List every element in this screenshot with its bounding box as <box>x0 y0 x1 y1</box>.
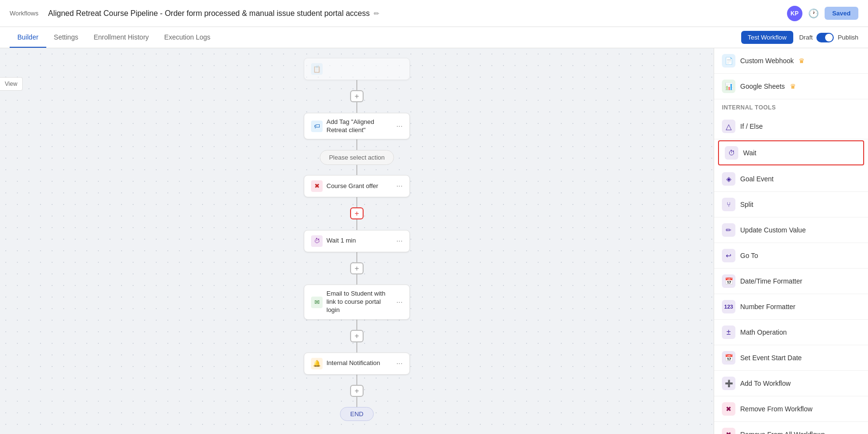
view-label[interactable]: View <box>0 77 23 91</box>
goal-event-label: Goal Event <box>740 175 773 183</box>
sidebar-item-goal-event[interactable]: ◈ Goal Event <box>714 166 868 192</box>
connector-7 <box>356 252 357 262</box>
connector-2 <box>356 102 357 112</box>
add-to-workflow-icon: ➕ <box>722 377 735 390</box>
end-node[interactable]: END <box>340 407 373 421</box>
connector-1 <box>356 80 357 90</box>
node-course-grant-label: Course Grant offer <box>326 182 393 190</box>
back-to-workflows[interactable]: Workflows <box>10 10 39 17</box>
remove-from-workflow-icon: ✖ <box>722 402 735 416</box>
datetime-formatter-icon: 📅 <box>722 274 735 288</box>
edit-title-icon[interactable]: ✏ <box>374 10 380 17</box>
remove-from-workflow-label: Remove From Workflow <box>740 405 813 413</box>
workflow-container: 📋 + 🏷 Add Tag "Aligned Retreat client" ·… <box>260 48 453 434</box>
sidebar-item-remove-from-workflow[interactable]: ✖ Remove From Workflow <box>714 396 868 422</box>
main-area: View 📋 + 🏷 Add Tag "Aligned Retreat clie… <box>0 48 868 434</box>
node-bell-icon: 🔔 <box>311 358 323 369</box>
goal-event-icon: ◈ <box>722 172 735 186</box>
custom-webhook-label: Custom Webhook <box>740 57 794 65</box>
remove-from-all-workflows-label: Remove From All Workflows <box>740 431 825 434</box>
tab-enrollment-history[interactable]: Enrollment History <box>86 27 156 48</box>
tab-execution-logs[interactable]: Execution Logs <box>157 27 218 48</box>
connector-9 <box>356 320 357 330</box>
math-operation-label: Math Operation <box>740 328 787 336</box>
add-to-workflow-label: Add To Workflow <box>740 380 791 387</box>
header-right: KP 🕐 Saved <box>787 6 858 21</box>
test-workflow-button[interactable]: Test Workflow <box>741 31 794 44</box>
node-wait-menu[interactable]: ··· <box>396 237 403 245</box>
update-custom-value-label: Update Custom Value <box>740 226 806 234</box>
node-internal-notification-menu[interactable]: ··· <box>396 359 403 368</box>
node-partial-icon: 📋 <box>311 63 323 75</box>
sidebar-item-number-formatter[interactable]: 123 Number Formatter <box>714 294 868 320</box>
sidebar-item-wait[interactable]: ⏱ Wait <box>718 140 864 165</box>
node-course-grant-icon: ✖ <box>311 180 323 192</box>
wait-icon: ⏱ <box>725 146 738 160</box>
google-sheets-label: Google Sheets <box>740 82 785 90</box>
sidebar-item-split[interactable]: ⑂ Split <box>714 192 868 217</box>
connector-6 <box>356 219 357 230</box>
node-email-icon: ✉ <box>311 297 323 308</box>
add-btn-4[interactable]: + <box>350 330 364 342</box>
canvas[interactable]: View 📋 + 🏷 Add Tag "Aligned Retreat clie… <box>0 48 714 434</box>
sidebar-item-custom-webhook[interactable]: 📄 Custom Webhook ♛ <box>714 48 868 74</box>
connector-8 <box>356 274 357 285</box>
tab-builder[interactable]: Builder <box>10 27 46 48</box>
add-btn-1[interactable]: + <box>350 90 364 102</box>
node-email[interactable]: ✉ Email to Student with link to course p… <box>304 285 410 320</box>
avatar[interactable]: KP <box>787 6 802 21</box>
update-custom-value-icon: ✏ <box>722 223 735 237</box>
connector-12 <box>356 397 357 407</box>
publish-label: Publish <box>838 34 858 41</box>
node-add-tag-icon: 🏷 <box>311 121 323 132</box>
add-btn-3[interactable]: + <box>350 262 364 274</box>
workflow-title-text: Aligned Retreat Course Pipeline - Order … <box>48 9 370 18</box>
set-event-start-date-icon: 📅 <box>722 351 735 365</box>
internal-tools-header: Internal Tools <box>714 99 868 114</box>
custom-webhook-crown: ♛ <box>799 57 805 65</box>
custom-webhook-icon: 📄 <box>722 54 735 68</box>
tabs-bar: Builder Settings Enrollment History Exec… <box>0 27 868 48</box>
sidebar-item-datetime-formatter[interactable]: 📅 Date/Time Formatter <box>714 269 868 294</box>
sidebar-item-google-sheets[interactable]: 📊 Google Sheets ♛ <box>714 74 868 99</box>
add-btn-5[interactable]: + <box>350 385 364 397</box>
clock-icon[interactable]: 🕐 <box>808 8 819 19</box>
tabs-right: Test Workflow Draft Publish <box>741 31 858 44</box>
sidebar-item-add-to-workflow[interactable]: ➕ Add To Workflow <box>714 371 868 396</box>
node-course-grant[interactable]: ✖ Course Grant offer ··· <box>304 175 410 197</box>
node-internal-notification[interactable]: 🔔 Internal Notification ··· <box>304 353 410 375</box>
sidebar-item-go-to[interactable]: ↩ Go To <box>714 243 868 269</box>
sidebar-item-if-else[interactable]: △ If / Else <box>714 114 868 139</box>
node-course-grant-menu[interactable]: ··· <box>396 182 403 190</box>
tab-settings[interactable]: Settings <box>46 27 86 48</box>
draft-publish-toggle: Draft Publish <box>799 33 858 42</box>
connector-11 <box>356 375 357 385</box>
remove-from-all-workflows-icon: ✖ <box>722 428 735 434</box>
if-else-label: If / Else <box>740 122 763 130</box>
header: Workflows Aligned Retreat Course Pipelin… <box>0 0 868 27</box>
sidebar-item-set-event-start-date[interactable]: 📅 Set Event Start Date <box>714 345 868 371</box>
node-add-tag[interactable]: 🏷 Add Tag "Aligned Retreat client" ··· <box>304 113 410 140</box>
node-wait[interactable]: ⏱ Wait 1 min ··· <box>304 230 410 252</box>
sidebar-item-math-operation[interactable]: ± Math Operation <box>714 320 868 345</box>
connector-5 <box>356 197 357 207</box>
node-add-tag-menu[interactable]: ··· <box>396 122 403 131</box>
number-formatter-icon: 123 <box>722 300 735 313</box>
connector-10 <box>356 342 357 353</box>
connector-4 <box>356 165 357 175</box>
sidebar-item-update-custom-value[interactable]: ✏ Update Custom Value <box>714 217 868 243</box>
saved-button[interactable]: Saved <box>825 7 858 20</box>
toggle-switch[interactable] <box>816 33 834 42</box>
sidebar: 📄 Custom Webhook ♛ 📊 Google Sheets ♛ Int… <box>714 48 868 434</box>
google-sheets-crown: ♛ <box>790 82 796 90</box>
split-label: Split <box>740 201 753 208</box>
please-select-action[interactable]: Please select action <box>320 150 394 165</box>
go-to-label: Go To <box>740 252 758 259</box>
sidebar-item-remove-from-all-workflows[interactable]: ✖ Remove From All Workflows <box>714 422 868 434</box>
if-else-icon: △ <box>722 120 735 133</box>
node-partial-top[interactable]: 📋 <box>304 58 410 80</box>
node-internal-notification-label: Internal Notification <box>326 359 393 367</box>
add-btn-highlighted[interactable]: + <box>350 207 364 219</box>
wait-label: Wait <box>743 149 756 157</box>
node-email-menu[interactable]: ··· <box>396 298 403 307</box>
